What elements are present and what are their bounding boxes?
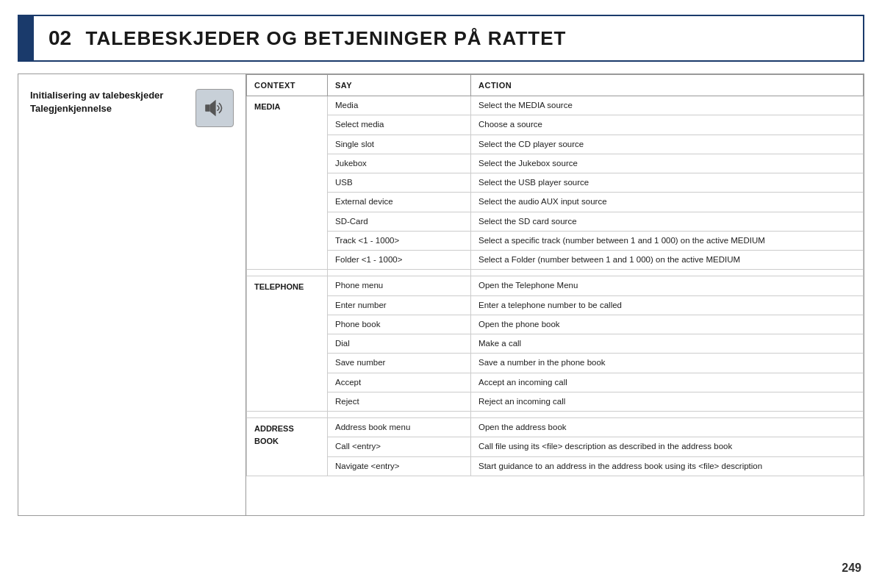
- page: 02 TALEBESKJEDER OG BETJENINGER PÅ RATTE…: [0, 0, 882, 588]
- context-cell-2: ADDRESS BOOK: [247, 418, 328, 476]
- action-cell: Start guidance to an address in the addr…: [471, 456, 864, 476]
- say-cell: Navigate <entry>: [328, 456, 471, 476]
- say-cell: Phone menu: [328, 276, 471, 295]
- action-cell: Select the Jukebox source: [471, 154, 864, 173]
- say-cell: Select media: [328, 115, 471, 135]
- say-header: SAY: [328, 75, 471, 96]
- action-cell: Select the CD player source: [471, 135, 864, 154]
- spacer-row: [247, 270, 864, 276]
- page-number: 249: [842, 562, 861, 575]
- table-row: Single slotSelect the CD player source: [247, 135, 864, 154]
- table-row: DialMake a call: [247, 334, 864, 354]
- say-cell: Media: [328, 96, 471, 115]
- say-cell: Address book menu: [328, 418, 471, 437]
- table-row: Folder <1 - 1000>Select a Folder (number…: [247, 251, 864, 270]
- say-cell: Single slot: [328, 135, 471, 154]
- action-cell: Select the USB player source: [471, 173, 864, 193]
- context-cell-0: MEDIA: [247, 96, 328, 270]
- table-row: External deviceSelect the audio AUX inpu…: [247, 193, 864, 212]
- action-cell: Make a call: [471, 334, 864, 354]
- say-cell: Jukebox: [328, 154, 471, 173]
- context-header: CONTEXT: [247, 75, 328, 96]
- action-cell: Select a Folder (number between 1 and 1 …: [471, 251, 864, 270]
- command-table: CONTEXT SAY ACTION MEDIAMediaSelect the …: [246, 74, 864, 476]
- table-row: JukeboxSelect the Jukebox source: [247, 154, 864, 173]
- table-row: RejectReject an incoming call: [247, 392, 864, 411]
- say-cell: Dial: [328, 334, 471, 354]
- main-content: Initialisering av talebeskjeder Talegjen…: [18, 74, 864, 516]
- table-row: AcceptAccept an incoming call: [247, 373, 864, 392]
- say-cell: Call <entry>: [328, 437, 471, 456]
- table-row: Phone bookOpen the phone book: [247, 315, 864, 334]
- say-cell: Reject: [328, 392, 471, 411]
- table-row: Call <entry>Call file using its <file> d…: [247, 437, 864, 456]
- action-header: ACTION: [471, 75, 864, 96]
- svg-marker-1: [210, 100, 216, 116]
- action-cell: Select the SD card source: [471, 212, 864, 231]
- action-cell: Select the audio AUX input source: [471, 193, 864, 212]
- action-cell: Reject an incoming call: [471, 392, 864, 411]
- action-cell: Choose a source: [471, 115, 864, 135]
- chapter-header: 02 TALEBESKJEDER OG BETJENINGER PÅ RATTE…: [18, 15, 864, 62]
- action-cell: Save a number in the phone book: [471, 354, 864, 373]
- chapter-title: TALEBESKJEDER OG BETJENINGER PÅ RATTET: [86, 27, 567, 49]
- speaker-icon: [196, 89, 234, 127]
- say-cell: Accept: [328, 373, 471, 392]
- say-cell: USB: [328, 173, 471, 193]
- right-panel: CONTEXT SAY ACTION MEDIAMediaSelect the …: [246, 74, 864, 515]
- say-cell: Folder <1 - 1000>: [328, 251, 471, 270]
- action-cell: Open the phone book: [471, 315, 864, 334]
- table-row: ADDRESS BOOKAddress book menuOpen the ad…: [247, 418, 864, 437]
- table-row: TELEPHONEPhone menuOpen the Telephone Me…: [247, 276, 864, 295]
- table-header-row: CONTEXT SAY ACTION: [247, 75, 864, 96]
- say-cell: Phone book: [328, 315, 471, 334]
- left-panel: Initialisering av talebeskjeder Talegjen…: [18, 74, 246, 515]
- action-cell: Call file using its <file> description a…: [471, 437, 864, 456]
- context-cell-1: TELEPHONE: [247, 276, 328, 412]
- table-row: Navigate <entry>Start guidance to an add…: [247, 456, 864, 476]
- table-row: Save numberSave a number in the phone bo…: [247, 354, 864, 373]
- table-row: Track <1 - 1000>Select a specific track …: [247, 231, 864, 250]
- table-row: USBSelect the USB player source: [247, 173, 864, 193]
- table-row: Enter numberEnter a telephone number to …: [247, 295, 864, 315]
- table-row: SD-CardSelect the SD card source: [247, 212, 864, 231]
- table-row: MEDIAMediaSelect the MEDIA source: [247, 96, 864, 115]
- svg-rect-0: [205, 104, 209, 112]
- say-cell: SD-Card: [328, 212, 471, 231]
- action-cell: Open the address book: [471, 418, 864, 437]
- action-cell: Open the Telephone Menu: [471, 276, 864, 295]
- say-cell: Enter number: [328, 295, 471, 315]
- table-row: Select mediaChoose a source: [247, 115, 864, 135]
- action-cell: Select the MEDIA source: [471, 96, 864, 115]
- say-cell: Track <1 - 1000>: [328, 231, 471, 250]
- spacer-row: [247, 412, 864, 418]
- action-cell: Select a specific track (number between …: [471, 231, 864, 250]
- action-cell: Accept an incoming call: [471, 373, 864, 392]
- say-cell: Save number: [328, 354, 471, 373]
- section-title: Initialisering av talebeskjeder Talegjen…: [30, 89, 188, 115]
- chapter-number: 02: [49, 26, 71, 49]
- action-cell: Enter a telephone number to be called: [471, 295, 864, 315]
- say-cell: External device: [328, 193, 471, 212]
